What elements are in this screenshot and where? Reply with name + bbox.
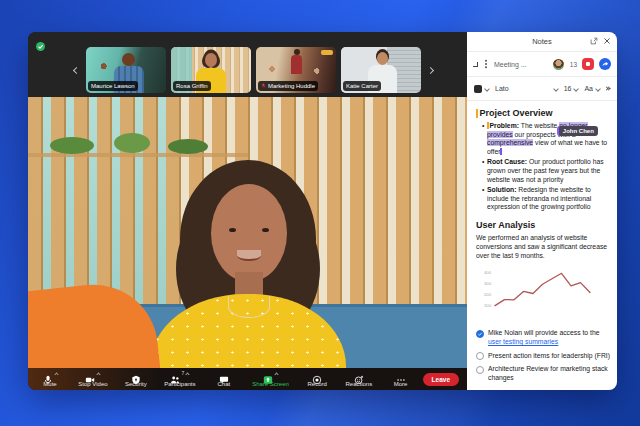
chevron-up-icon[interactable] bbox=[186, 372, 190, 376]
meeting-app-window: Maurice LawsonRosa GriffinMarketing Hudd… bbox=[28, 32, 617, 390]
toolbar-share-screen-label: Share Screen bbox=[252, 381, 289, 388]
notes-panel: Notes Meeting ... 13 bbox=[467, 32, 617, 390]
line-chart-svg: 100200300400 bbox=[478, 265, 596, 321]
share-arrow-icon bbox=[601, 60, 609, 68]
toolbar-security-iconrow bbox=[131, 371, 141, 381]
note-bullet: Solution: Redesign the website to includ… bbox=[482, 186, 611, 212]
speaker-eye bbox=[229, 228, 236, 232]
participant-name-label: Rosa Griffin bbox=[173, 81, 211, 91]
note-bullet: Problem: The website no longer provides … bbox=[482, 122, 611, 156]
collaborator-avatar[interactable] bbox=[553, 59, 564, 70]
toolbar-mute-label: Mute bbox=[43, 381, 56, 388]
muted-mic-icon bbox=[261, 82, 266, 90]
bullet-text: The website bbox=[519, 122, 559, 129]
collaborator-cursor-label: John Chen bbox=[557, 126, 598, 136]
back-icon[interactable] bbox=[473, 62, 478, 67]
notes-panel-title: Notes bbox=[532, 37, 552, 46]
note-paragraph: We performed an analysis of website conv… bbox=[476, 234, 611, 260]
toolbar-security-label: Security bbox=[125, 381, 147, 388]
toolbar-participants-button[interactable]: 7Participants bbox=[164, 371, 195, 388]
chevron-up-icon[interactable] bbox=[54, 372, 58, 376]
bullet-text-highlighted: comprehensive bbox=[487, 139, 533, 146]
note-heading-2: User Analysis bbox=[476, 220, 611, 231]
strip-prev-icon[interactable] bbox=[73, 67, 80, 74]
text-style-select[interactable]: Aa bbox=[584, 85, 600, 92]
bullet-label: Root Cause: bbox=[487, 158, 527, 165]
toolbar-record-button[interactable]: Record bbox=[305, 371, 329, 388]
video-area: Maurice LawsonRosa GriffinMarketing Hudd… bbox=[28, 32, 467, 390]
speaker-smile bbox=[237, 250, 261, 261]
participant-name-label: Marketing Huddle bbox=[258, 81, 318, 91]
task-text: Mike Nolan will provide access to the us… bbox=[488, 329, 611, 346]
chevron-up-icon[interactable] bbox=[274, 372, 278, 376]
collab-cursor-purple bbox=[500, 148, 501, 155]
thumbnail-katie-carter[interactable]: Katie Carter bbox=[341, 47, 421, 93]
toolbar-stop-video-iconrow bbox=[85, 371, 100, 381]
meeting-toolbar: MuteStop VideoSecurity7ParticipantsChatS… bbox=[28, 368, 467, 390]
svg-text:200: 200 bbox=[484, 292, 492, 297]
plant bbox=[50, 137, 94, 154]
toolbar-share-screen-iconrow bbox=[263, 371, 278, 381]
toolbar-reactions-label: Reactions bbox=[346, 381, 373, 388]
recording-timer-badge bbox=[321, 50, 333, 55]
font-family-select[interactable]: Lato bbox=[495, 85, 558, 92]
toolbar-record-label: Record bbox=[308, 381, 327, 388]
chevron-up-icon[interactable] bbox=[97, 372, 101, 376]
participant-count: 7 bbox=[181, 371, 184, 376]
task-item-1: Mike Nolan will provide access to the us… bbox=[476, 329, 611, 346]
toolbar-chat-button[interactable]: Chat bbox=[212, 371, 236, 388]
share-note-button[interactable] bbox=[599, 58, 611, 70]
toolbar-security-button[interactable]: Security bbox=[124, 371, 148, 388]
task-checkbox[interactable] bbox=[476, 330, 484, 338]
note-doc-title[interactable]: Meeting ... bbox=[494, 61, 548, 68]
thumbnail-strip: Maurice LawsonRosa GriffinMarketing Hudd… bbox=[28, 32, 467, 97]
toolbar-more-button[interactable]: More bbox=[389, 371, 413, 388]
close-icon[interactable] bbox=[603, 37, 611, 45]
toolbar-stop-video-button[interactable]: Stop Video bbox=[78, 371, 107, 388]
plant bbox=[114, 133, 150, 153]
conversions-chart: 100200300400 bbox=[478, 265, 611, 325]
task-item-3: Architecture Review for marketing stack … bbox=[476, 365, 611, 382]
toolbar-chat-label: Chat bbox=[218, 381, 231, 388]
svg-text:400: 400 bbox=[484, 270, 492, 275]
thumbnail-rosa-griffin[interactable]: Rosa Griffin bbox=[171, 47, 251, 93]
strip-next-icon[interactable] bbox=[427, 67, 434, 74]
toolbar-record-iconrow bbox=[312, 371, 322, 381]
note-bullet: Root Cause: Our product portfolio has gr… bbox=[482, 158, 611, 184]
task-checkbox[interactable] bbox=[476, 352, 484, 360]
text-style-value: Aa bbox=[584, 85, 593, 92]
toolbar-participants-label: Participants bbox=[164, 381, 195, 388]
formatting-toolbar: Lato 16 Aa bbox=[467, 77, 617, 101]
speaker-figure bbox=[128, 160, 368, 368]
plant-shelf bbox=[28, 153, 248, 157]
thumbnail-marketing-huddle[interactable]: Marketing Huddle bbox=[256, 47, 336, 93]
font-size-select[interactable]: 16 bbox=[564, 85, 579, 92]
toolbar-chat-iconrow bbox=[219, 371, 229, 381]
leave-button[interactable]: Leave bbox=[423, 373, 459, 386]
participant-name: Katie Carter bbox=[346, 82, 378, 90]
encryption-shield-icon bbox=[36, 42, 45, 51]
task-checkbox[interactable] bbox=[476, 366, 484, 374]
more-formatting-icon[interactable] bbox=[606, 87, 610, 90]
task-list: Mike Nolan will provide access to the us… bbox=[476, 329, 611, 382]
toolbar-mute-iconrow bbox=[43, 371, 58, 381]
text-color-picker[interactable] bbox=[474, 85, 489, 93]
participant-name: Rosa Griffin bbox=[176, 82, 208, 90]
kebab-menu-icon[interactable] bbox=[485, 63, 487, 65]
svg-text:100: 100 bbox=[484, 303, 492, 308]
bullet-label: Solution: bbox=[487, 186, 516, 193]
collaborator-count: 13 bbox=[570, 61, 577, 68]
collab-cursor-orange bbox=[476, 109, 478, 118]
toolbar-share-screen-button[interactable]: Share Screen bbox=[252, 371, 289, 388]
collab-cursor-orange bbox=[487, 122, 489, 129]
toolbar-reactions-button[interactable]: Reactions bbox=[346, 371, 373, 388]
thumbnail-maurice-lawson[interactable]: Maurice Lawson bbox=[86, 47, 166, 93]
note-content[interactable]: Project Overview Problem: The website no… bbox=[467, 101, 617, 390]
task-item-2: Present action items for leadership (FRI… bbox=[476, 352, 611, 361]
popout-icon[interactable] bbox=[590, 37, 598, 45]
toolbar-more-label: More bbox=[394, 381, 408, 388]
task-link[interactable]: user testing summaries bbox=[488, 338, 558, 345]
participant-name-label: Maurice Lawson bbox=[88, 81, 138, 91]
toolbar-mute-button[interactable]: Mute bbox=[38, 371, 62, 388]
stop-sharing-button[interactable] bbox=[582, 58, 594, 70]
